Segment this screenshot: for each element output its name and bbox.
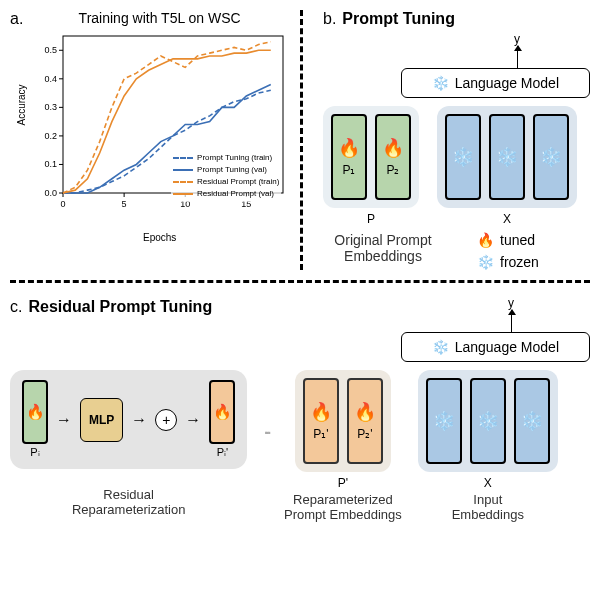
snowflake-icon: ❄️ [432, 339, 449, 355]
svg-text:0.1: 0.1 [45, 159, 58, 169]
svg-text:0.0: 0.0 [45, 188, 58, 198]
p1-label: P₁ [342, 163, 355, 177]
original-prompt-caption: Original Prompt Embeddings [323, 232, 443, 264]
snowflake-icon: ❄️ [432, 75, 449, 91]
reparam-prompt-col: 🔥 P₁' 🔥 P₂' P' Reparameterized Prompt Em… [284, 370, 402, 522]
svg-text:5: 5 [122, 199, 127, 209]
x-axis-label: Epochs [29, 232, 290, 243]
p-prime-label: P' [338, 476, 348, 490]
svg-text:0.3: 0.3 [45, 102, 58, 112]
residual-caption: Residual Reparameterization [72, 487, 185, 517]
fire-icon: 🔥 [477, 232, 494, 248]
top-row: a. Training with T5L on WSC Accuracy 0.0… [10, 10, 590, 283]
prompt-token-p1: 🔥 P₁ [331, 114, 367, 200]
svg-text:0.4: 0.4 [45, 74, 58, 84]
p2-prime-token: 🔥 P₂' [347, 378, 383, 464]
fire-icon: 🔥 [382, 137, 404, 159]
embedding-row: 🔥 P₁ 🔥 P₂ P ❄️ ❄️ ❄️ [323, 106, 590, 226]
panel-c-label: c. [10, 298, 22, 316]
input-token: ❄️ [489, 114, 525, 200]
input-caption: Input Embeddings [452, 492, 524, 522]
arrow-right-icon: → [56, 411, 72, 429]
panel-b-title: Prompt Tuning [342, 10, 455, 28]
p2-label: P₂ [386, 163, 399, 177]
snowflake-icon: ❄️ [477, 410, 499, 432]
plus-icon: + [155, 409, 177, 431]
panel-b-label: b. [323, 10, 336, 28]
reparam-caption: Reparameterized Prompt Embeddings [284, 492, 402, 522]
language-model-box-c: ❄️ Language Model [401, 332, 590, 362]
chart-legend: Prompt Tuning (train) Prompt Tuning (val… [171, 150, 281, 202]
p1-prime-label: P₁' [313, 427, 328, 441]
svg-text:0: 0 [61, 199, 66, 209]
svg-text:0.5: 0.5 [45, 45, 58, 55]
panel-c-title: Residual Prompt Tuning [28, 298, 212, 316]
svg-text:0.2: 0.2 [45, 131, 58, 141]
pi-token: 🔥 [22, 380, 48, 444]
panel-a-label: a. [10, 10, 23, 28]
reparam-box: 🔥 Pᵢ → MLP → + → 🔥 Pᵢ' [10, 370, 247, 469]
pi-prime-label: Pᵢ' [217, 446, 228, 459]
input-token: ❄️ [514, 378, 550, 464]
lm-label-c: Language Model [455, 339, 559, 355]
p-group-label: P [367, 212, 375, 226]
snowflake-icon: ❄️ [433, 410, 455, 432]
legend-rp-train: Residual Prompt (train) [197, 176, 279, 188]
input-token: ❄️ [445, 114, 481, 200]
fire-icon: 🔥 [310, 401, 332, 423]
snowflake-icon: ❄️ [452, 146, 474, 168]
p2-prime-label: P₂' [357, 427, 372, 441]
arrow-right-icon: → [131, 411, 147, 429]
legend-rp-val: Residual Prompt (val) [197, 188, 274, 200]
tuned-frozen-legend: 🔥tuned ❄️frozen [477, 232, 539, 270]
input-embedding-group: ❄️ ❄️ ❄️ [437, 106, 577, 208]
input-token: ❄️ [533, 114, 569, 200]
x-group-label: X [503, 212, 511, 226]
residual-reparam-block: 🔥 Pᵢ → MLP → + → 🔥 Pᵢ' Residual Reparame… [10, 370, 247, 517]
snowflake-icon: ❄️ [521, 410, 543, 432]
fire-icon: 🔥 [338, 137, 360, 159]
pi-prime-token: 🔥 [209, 380, 235, 444]
panel-c: c. Residual Prompt Tuning y ❄️ Language … [10, 283, 590, 522]
mlp-box: MLP [80, 398, 123, 442]
pi-label: Pᵢ [30, 446, 39, 459]
figure-container: a. Training with T5L on WSC Accuracy 0.0… [0, 0, 600, 532]
prompt-embedding-group: 🔥 P₁ 🔥 P₂ [323, 106, 419, 208]
frozen-label: frozen [500, 254, 539, 270]
line-chart: Accuracy 0.00.10.20.30.40.5051015 Prompt… [29, 30, 289, 230]
x-label-c: X [484, 476, 492, 490]
output-y-label: y [514, 32, 520, 46]
snowflake-icon: ❄️ [496, 146, 518, 168]
input-token: ❄️ [470, 378, 506, 464]
snowflake-icon: ❄️ [540, 146, 562, 168]
chart-title: Training with T5L on WSC [29, 10, 290, 26]
p1-prime-token: 🔥 P₁' [303, 378, 339, 464]
zoom-lines-icon: ··· [263, 420, 268, 443]
y-axis-label: Accuracy [16, 84, 27, 125]
snowflake-icon: ❄️ [477, 254, 494, 270]
lm-label: Language Model [455, 75, 559, 91]
fire-icon: 🔥 [354, 401, 376, 423]
arrow-right-icon: → [185, 411, 201, 429]
vertical-divider [300, 10, 303, 270]
input-token: ❄️ [426, 378, 462, 464]
output-arrow: y [514, 32, 520, 68]
legend-pt-val: Prompt Tuning (val) [197, 164, 267, 176]
panel-a: a. Training with T5L on WSC Accuracy 0.0… [10, 10, 290, 270]
prompt-token-p2: 🔥 P₂ [375, 114, 411, 200]
tuned-label: tuned [500, 232, 535, 248]
language-model-box: ❄️ Language Model [401, 68, 590, 98]
output-arrow-c: y [508, 296, 514, 332]
legend-pt-train: Prompt Tuning (train) [197, 152, 272, 164]
input-embeddings-col: ❄️ ❄️ ❄️ X Input Embeddings [418, 370, 558, 522]
output-y-label-c: y [508, 296, 514, 310]
panel-b: b. Prompt Tuning y ❄️ Language Model � [313, 10, 590, 270]
